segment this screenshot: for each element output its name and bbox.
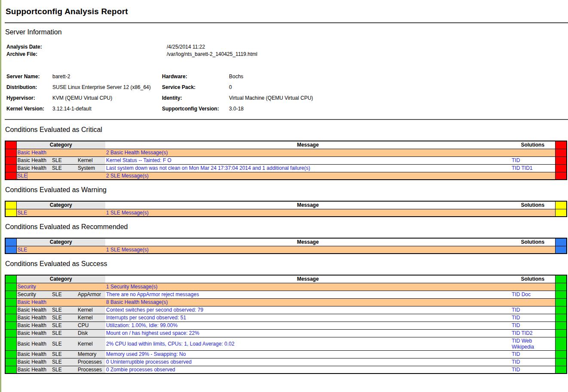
detail-row: Basic HealthSLEDiskMount on / has highes…: [5, 329, 567, 337]
status-color-cell: [5, 149, 16, 156]
category-cell: Basic Health: [16, 164, 51, 172]
section-heading-warning: Conditions Evaluated as Warning: [5, 186, 566, 194]
solution-link[interactable]: Wikipedia: [512, 344, 534, 350]
detail-row: Basic HealthSLEMemoryMemory used 29% - S…: [5, 350, 567, 358]
product-cell: SLE: [51, 350, 77, 358]
detail-row: SecuritySLEAppArmorThere are no AppArmor…: [5, 291, 567, 298]
detail-row: Basic HealthSLESystemLast system down wa…: [5, 164, 567, 172]
section-recommended: Conditions Evaluated as Recommended Cate…: [5, 223, 566, 254]
summary-message-link[interactable]: 1 SLE Message(s): [106, 210, 149, 216]
solution-link[interactable]: TID: [512, 351, 520, 357]
solutions-cell: TID: [510, 306, 555, 314]
solution-link[interactable]: TID: [512, 330, 520, 336]
status-color-cell: [555, 172, 567, 180]
message-link[interactable]: Interrupts per second observed: 51: [106, 315, 186, 321]
category-summary-link[interactable]: Basic Health: [18, 150, 46, 156]
solution-link[interactable]: TID2: [521, 330, 532, 336]
product-cell: SLE: [51, 306, 77, 314]
product-cell: SLE: [51, 358, 77, 366]
detail-row: Basic HealthSLEKernelInterrupts per seco…: [5, 314, 567, 322]
table-header-row: CategoryMessageSolutions: [5, 275, 567, 283]
solution-link[interactable]: TID: [512, 307, 520, 313]
product-cell: SLE: [51, 291, 77, 298]
subcategory-cell: Processes: [77, 358, 105, 366]
category-summary-link[interactable]: SLE: [18, 210, 27, 216]
category-cell: Basic Health: [16, 358, 51, 366]
status-color-cell: [5, 141, 16, 149]
status-color-cell: [555, 350, 567, 358]
summary-message-link[interactable]: 2 SLE Message(s): [106, 173, 149, 179]
category-cell: Basic Health: [16, 306, 51, 314]
message-cell: 0 Uninterruptible processes observed: [105, 358, 510, 366]
category-summary-link[interactable]: SLE: [18, 173, 27, 179]
product-cell: SLE: [51, 164, 77, 172]
column-header-category: Category: [16, 275, 105, 283]
message-link[interactable]: 0 Uninterruptible processes observed: [106, 359, 192, 365]
category-summary-link[interactable]: Security: [18, 284, 36, 290]
solution-link[interactable]: TID: [512, 322, 520, 328]
solutions-cell: TID: [510, 366, 555, 374]
message-link[interactable]: Context switches per second observed: 79: [106, 307, 203, 313]
archive-file-value: /var/log/nts_barett-2_140425_1119.html: [167, 51, 257, 57]
status-color-cell: [555, 358, 567, 366]
message-cell: Utilization: 1.00%, Idle: 99.00%: [105, 322, 510, 329]
subcategory-cell: Disk: [77, 329, 105, 337]
summary-row: Basic Health8 Basic Health Message(s): [5, 298, 567, 306]
solution-link[interactable]: Web: [522, 338, 532, 344]
message-cell: Context switches per second observed: 79: [105, 306, 510, 314]
product-cell: SLE: [51, 329, 77, 337]
category-cell: Basic Health: [16, 350, 51, 358]
server-detail-label: Hypervisor:: [6, 92, 52, 103]
category-cell: Security: [16, 291, 51, 298]
column-header-category: Category: [16, 201, 105, 209]
solution-link[interactable]: TID: [512, 291, 520, 297]
status-color-cell: [555, 209, 567, 217]
server-detail-value: Bochs: [229, 71, 487, 82]
server-detail-value: 3.12.14-1-default: [52, 103, 162, 114]
status-color-cell: [5, 172, 16, 180]
subcategory-cell: CPU: [77, 322, 105, 329]
summary-message-link[interactable]: 1 Security Message(s): [106, 284, 157, 290]
category-summary-link[interactable]: SLE: [18, 247, 27, 253]
status-color-cell: [555, 298, 567, 306]
archive-file-row: Archive File:/var/log/nts_barett-2_14042…: [6, 51, 566, 58]
success-table: CategoryMessageSolutionsSecurity1 Securi…: [5, 275, 567, 374]
section-heading-success: Conditions Evaluated as Success: [5, 260, 566, 268]
category-cell: Basic Health: [16, 329, 51, 337]
category-summary-link[interactable]: Basic Health: [18, 299, 46, 305]
status-color-cell: [5, 201, 16, 209]
message-link[interactable]: 0 Zombie processes observed: [106, 367, 175, 373]
solution-link[interactable]: Doc: [522, 291, 531, 297]
column-header-solutions: Solutions: [510, 275, 555, 283]
title-divider: [5, 22, 568, 23]
solution-link[interactable]: TID1: [521, 165, 532, 171]
category-cell: Security: [16, 283, 105, 291]
status-color-cell: [555, 246, 567, 254]
message-link[interactable]: Memory used 29% - Swapping: No: [106, 351, 186, 357]
product-cell: SLE: [51, 156, 77, 164]
summary-message-link[interactable]: 8 Basic Health Message(s): [106, 299, 168, 305]
solution-link[interactable]: TID: [512, 315, 520, 321]
message-link[interactable]: There are no AppArmor reject messages: [106, 291, 199, 297]
solution-link[interactable]: TID: [512, 359, 520, 365]
message-link[interactable]: 2% CPU load within limits, CPUs: 1, Load…: [106, 341, 235, 347]
subcategory-cell: Kernel: [77, 306, 105, 314]
message-cell: Kernel Status -- Tainted: F O: [105, 156, 510, 164]
subcategory-cell: System: [77, 164, 105, 172]
category-cell: Basic Health: [16, 149, 105, 156]
solution-link[interactable]: TID: [512, 165, 520, 171]
message-link[interactable]: Mount on / has highest used space: 22%: [106, 330, 199, 336]
message-link[interactable]: Kernel Status -- Tainted: F O: [106, 157, 171, 163]
solution-link[interactable]: TID: [512, 338, 520, 344]
critical-table-body: CategoryMessageSolutionsBasic Health2 Ba…: [5, 141, 567, 180]
solution-link[interactable]: TID: [512, 157, 520, 163]
critical-table: CategoryMessageSolutionsBasic Health2 Ba…: [5, 141, 567, 180]
summary-message-link[interactable]: 2 Basic Health Message(s): [106, 150, 168, 156]
solution-link[interactable]: TID: [512, 367, 520, 373]
message-link[interactable]: Utilization: 1.00%, Idle: 99.00%: [106, 322, 177, 328]
message-link[interactable]: Last system down was not clean on Mon Ma…: [106, 165, 310, 171]
product-cell: SLE: [51, 322, 77, 329]
subcategory-cell: Kernel: [77, 337, 105, 350]
summary-message-link[interactable]: 1 SLE Message(s): [106, 247, 149, 253]
status-color-cell: [5, 291, 16, 298]
